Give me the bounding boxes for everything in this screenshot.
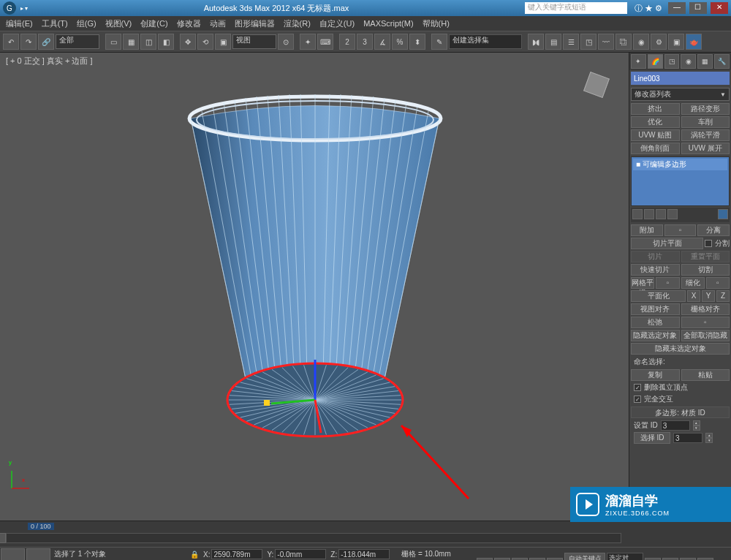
app-icon[interactable]: G — [3, 1, 16, 15]
time-slider[interactable]: 0 / 100 — [0, 521, 731, 547]
viewport[interactable]: [ + 0 正交 ] 真实 + 边面 ] — [0, 53, 629, 521]
rollout-poly-matid[interactable]: 多边形: 材质 ID — [631, 406, 730, 418]
menu-rendering[interactable]: 渲染(R) — [284, 18, 311, 29]
btn-pathdeform[interactable]: 路径变形 — [681, 103, 730, 115]
graphite-icon[interactable]: ◳ — [580, 34, 596, 50]
coord-y-input[interactable] — [275, 549, 326, 559]
spin-down-icon[interactable]: ▾ — [693, 425, 700, 431]
menu-tools[interactable]: 工具(T) — [42, 18, 68, 29]
mirror-icon[interactable]: ◗◖ — [528, 34, 544, 50]
minimize-button[interactable]: — — [668, 2, 686, 14]
key-target-dropdown[interactable]: 选定对 — [607, 553, 643, 560]
menu-animation[interactable]: 动画 — [210, 18, 226, 29]
select-icon[interactable]: ▭ — [105, 34, 121, 50]
btn-hidesel[interactable]: 隐藏选定对象 — [631, 330, 680, 341]
render-icon[interactable]: 🫖 — [686, 34, 702, 50]
redo-icon[interactable]: ↷ — [20, 34, 37, 50]
goto-end-icon[interactable]: ⏭ — [547, 558, 563, 561]
tab-hierarchy-icon[interactable]: ◳ — [664, 54, 680, 69]
app-menu-arrow[interactable]: ▸ ▾ — [20, 5, 28, 12]
close-button[interactable]: ✕ — [711, 2, 728, 14]
render-setup-icon[interactable]: ⚙ — [651, 34, 667, 50]
help-search-input[interactable]: 键入关键字或短语 — [525, 2, 627, 14]
select-region-icon[interactable]: ◫ — [140, 34, 156, 50]
btn-planar-x[interactable]: X — [687, 290, 700, 302]
btn-cut[interactable]: 切割 — [681, 264, 730, 276]
menu-maxscript[interactable]: MAXScript(M) — [363, 19, 413, 28]
btn-selectid[interactable]: 选择 ID — [634, 432, 670, 444]
snap-angle-icon[interactable]: ∡ — [374, 34, 390, 50]
configure-icon[interactable] — [718, 209, 728, 219]
nav-pan-icon[interactable]: ✥ — [645, 558, 661, 561]
lock-icon[interactable]: 🔒 — [190, 550, 199, 559]
tab-modify-icon[interactable]: 🌈 — [648, 54, 663, 69]
btn-tessellate[interactable]: 细化 — [681, 277, 705, 289]
btn-gridalign[interactable]: 栅格对齐 — [681, 303, 730, 315]
tab-display-icon[interactable]: ▦ — [697, 54, 713, 69]
btn-unhideall[interactable]: 全部取消隐藏 — [681, 330, 730, 341]
autokey-button[interactable]: 自动关键点 — [564, 553, 605, 560]
btn-resetplane[interactable]: 重置平面 — [681, 251, 730, 262]
tab-utilities-icon[interactable]: 🔧 — [714, 54, 730, 69]
keymode-icon[interactable]: ⌨ — [317, 34, 333, 50]
ref-coord-dropdown[interactable]: 视图 — [232, 34, 276, 49]
btn-lathe[interactable]: 车削 — [681, 116, 730, 128]
align-icon[interactable]: ▤ — [545, 34, 561, 50]
render-frame-icon[interactable]: ▣ — [668, 34, 684, 50]
menu-customize[interactable]: 自定义(U) — [319, 18, 355, 29]
prev-frame-icon[interactable]: ◂ — [494, 558, 510, 561]
remove-mod-icon[interactable] — [667, 209, 678, 219]
btn-detach[interactable]: 分离 — [697, 224, 730, 236]
pivot-icon[interactable]: ⊙ — [278, 34, 294, 50]
btn-planar-z[interactable]: Z — [716, 290, 730, 302]
menu-edit[interactable]: 编辑(E) — [6, 18, 33, 29]
schematic-icon[interactable]: ⿻ — [616, 34, 632, 50]
modifier-list-dropdown[interactable]: 修改器列表 — [631, 88, 730, 101]
nav-zoom-icon[interactable]: 🔍 — [662, 558, 678, 561]
scale-icon[interactable]: ▣ — [215, 34, 231, 50]
selection-filter-dropdown[interactable]: 全部 — [56, 34, 99, 49]
tab-motion-icon[interactable]: ◉ — [681, 54, 696, 69]
btn-bevelprofile[interactable]: 倒角剖面 — [631, 143, 680, 154]
input-setid[interactable] — [661, 420, 690, 431]
btn-makeplanar[interactable]: 平面化 — [631, 290, 686, 302]
info-icon[interactable]: ⓘ ★ ⚙ — [635, 3, 662, 14]
btn-attach[interactable]: 附加 — [631, 224, 663, 236]
layers-icon[interactable]: ☰ — [563, 34, 579, 50]
script-mini-1[interactable] — [1, 548, 25, 560]
rotate-icon[interactable]: ⟲ — [197, 34, 213, 50]
nav-max-icon[interactable]: ▣ — [697, 558, 713, 561]
btn-sliceplane[interactable]: 切片平面 — [631, 238, 703, 249]
input-selectid[interactable] — [673, 433, 702, 443]
script-mini-2[interactable] — [26, 548, 50, 560]
btn-planar-y[interactable]: Y — [702, 290, 715, 302]
btn-copy[interactable]: 复制 — [631, 369, 680, 381]
play-icon[interactable]: ▸ — [512, 558, 528, 561]
named-selection-dropdown[interactable]: 创建选择集 — [449, 34, 522, 49]
menu-help[interactable]: 帮助(H) — [423, 18, 450, 29]
btn-viewalign[interactable]: 视图对齐 — [631, 303, 680, 315]
btn-paste[interactable]: 粘贴 — [681, 369, 730, 381]
menu-views[interactable]: 视图(V) — [105, 18, 132, 29]
btn-quickslice[interactable]: 快速切片 — [631, 264, 680, 276]
make-unique-icon[interactable] — [656, 209, 666, 219]
btn-hideunsel[interactable]: 隐藏未选定对象 — [631, 343, 730, 355]
spinner-snap-icon[interactable]: ⬍ — [409, 34, 425, 50]
coord-x-input[interactable] — [211, 549, 262, 559]
maximize-button[interactable]: ☐ — [689, 2, 707, 14]
btn-turbosmooth[interactable]: 涡轮平滑 — [681, 129, 730, 141]
menu-grapheditors[interactable]: 图形编辑器 — [235, 18, 275, 29]
pin-stack-icon[interactable] — [632, 209, 643, 219]
material-editor-icon[interactable]: ◉ — [633, 34, 649, 50]
modifier-stack[interactable]: ■ 可编辑多边形 — [631, 156, 730, 206]
timeline-track[interactable] — [6, 533, 621, 543]
move-icon[interactable]: ✥ — [180, 34, 196, 50]
btn-uvwunwrap[interactable]: UVW 展开 — [681, 143, 730, 154]
cb-split[interactable] — [705, 240, 712, 247]
cup-model[interactable] — [0, 53, 629, 521]
manip-icon[interactable]: ✦ — [300, 34, 316, 50]
cb-deliso[interactable]: ✓ — [634, 384, 641, 391]
tab-create-icon[interactable]: ✦ — [631, 54, 646, 69]
btn-slice[interactable]: 切片 — [631, 251, 680, 262]
curve-editor-icon[interactable]: 〰 — [598, 34, 614, 50]
